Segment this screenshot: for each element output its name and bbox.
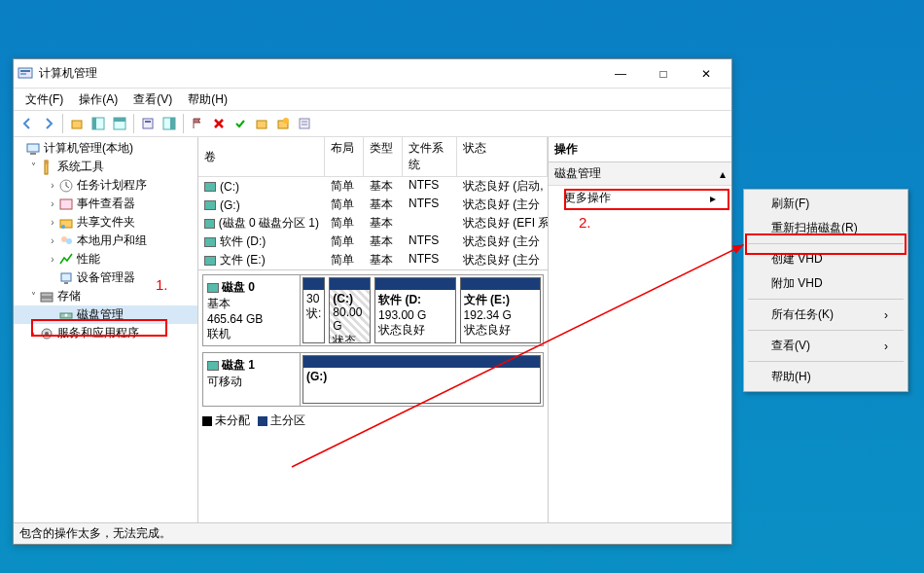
delete-button[interactable]	[209, 114, 229, 133]
properties-button[interactable]	[138, 114, 158, 133]
svg-rect-11	[170, 118, 175, 129]
list-button[interactable]	[295, 114, 314, 133]
partition-status: 状态良好	[378, 322, 451, 339]
flag-button[interactable]	[188, 114, 207, 133]
svg-rect-3	[72, 121, 82, 128]
tree-storage[interactable]: ˅ 存储	[14, 287, 197, 305]
volume-table[interactable]: 卷 布局 类型 文件系统 状态 (C:)简单基本NTFS状态良好 (启动,(G:…	[198, 137, 548, 270]
tree-services-apps[interactable]: › 服务和应用程序	[14, 324, 197, 342]
partition[interactable]: 软件 (D:193.00 G状态良好	[374, 277, 455, 343]
performance-icon	[58, 252, 74, 268]
collapse-arrow-icon[interactable]: ▴	[720, 167, 726, 181]
statusbar: 包含的操作太多，无法完成。	[14, 522, 731, 544]
forward-button[interactable]	[39, 114, 58, 133]
legend-unallocated-swatch	[202, 416, 212, 426]
tree-local-users[interactable]: › 本地用户和组	[14, 232, 197, 250]
details-button[interactable]	[160, 114, 179, 133]
col-layout[interactable]: 布局	[325, 137, 364, 176]
view1-button[interactable]	[89, 114, 108, 133]
actions-more[interactable]: 更多操作 ▸	[549, 186, 731, 210]
maximize-button[interactable]: □	[642, 60, 685, 88]
tree-label: 服务和应用程序	[57, 325, 139, 341]
disk-size: 465.64 GB	[207, 312, 296, 326]
new-folder-button[interactable]	[273, 114, 293, 133]
tree-task-scheduler[interactable]: › 任务计划程序	[14, 176, 197, 195]
menu-view[interactable]: 查看(V)	[125, 90, 180, 110]
tree-device-manager[interactable]: 设备管理器	[14, 269, 197, 287]
ctx-view[interactable]: 查看(V)›	[746, 334, 906, 358]
tree-event-viewer[interactable]: › 事件查看器	[14, 195, 197, 213]
expand-icon[interactable]: ›	[47, 235, 58, 247]
ctx-rescan[interactable]: 重新扫描磁盘(R)	[746, 216, 906, 240]
disk-row-0[interactable]: 磁盘 0 基本 465.64 GB 联机 30状:(C:)80.00 G状态良好…	[202, 274, 544, 346]
volume-row[interactable]: (C:)简单基本NTFS状态良好 (启动,	[198, 177, 548, 196]
folder-button[interactable]	[252, 114, 271, 133]
tree-shared-folders[interactable]: › 共享文件夹	[14, 213, 197, 232]
expand-icon[interactable]: ›	[27, 328, 39, 340]
svg-rect-28	[61, 273, 71, 281]
up-button[interactable]	[67, 114, 87, 133]
volume-row[interactable]: 软件 (D:)简单基本NTFS状态良好 (主分	[198, 233, 548, 251]
volume-row[interactable]: (G:)简单基本NTFS状态良好 (主分	[198, 196, 548, 214]
titlebar[interactable]: 计算机管理 — □ ✕	[14, 59, 731, 89]
expand-icon[interactable]: ›	[47, 217, 58, 229]
partition-size: 80.00 G	[333, 305, 367, 333]
disk-0-info[interactable]: 磁盘 0 基本 465.64 GB 联机	[203, 275, 301, 345]
menu-action[interactable]: 操作(A)	[71, 90, 125, 110]
ctx-create-vhd[interactable]: 创建 VHD	[746, 247, 906, 271]
partition[interactable]: 文件 (E:)192.34 G状态良好	[460, 277, 541, 343]
submenu-arrow-icon: ›	[884, 308, 888, 322]
volume-layout: 简单	[325, 233, 364, 251]
ctx-refresh[interactable]: 刷新(F)	[746, 192, 906, 216]
view2-button[interactable]	[110, 114, 129, 133]
back-button[interactable]	[18, 114, 37, 133]
legend: 未分配 主分区	[202, 412, 544, 429]
menubar: 文件(F) 操作(A) 查看(V) 帮助(H)	[14, 89, 731, 110]
partition-status: 状态良好	[464, 322, 537, 339]
menu-file[interactable]: 文件(F)	[18, 90, 71, 110]
close-button[interactable]: ✕	[685, 60, 728, 88]
expand-icon[interactable]: ›	[47, 254, 58, 266]
minimize-button[interactable]: —	[599, 60, 642, 88]
tree-disk-management[interactable]: 磁盘管理	[14, 305, 197, 324]
ctx-label: 附加 VHD	[771, 275, 823, 292]
collapse-icon[interactable]: ˅	[27, 161, 39, 173]
partition[interactable]: 30状:	[302, 277, 325, 343]
nav-tree[interactable]: 计算机管理(本地) ˅ 系统工具 › 任务计划程序 › 事件查看器 › 共享文件…	[14, 137, 198, 522]
expand-icon[interactable]: ›	[47, 198, 58, 210]
disk-1-info[interactable]: 磁盘 1 可移动	[203, 353, 301, 406]
tree-system-tools[interactable]: ˅ 系统工具	[14, 158, 197, 176]
volume-name: (C:)	[220, 180, 239, 194]
ctx-help[interactable]: 帮助(H)	[746, 365, 906, 389]
volume-table-header[interactable]: 卷 布局 类型 文件系统 状态	[198, 137, 548, 177]
volume-type: 基本	[364, 214, 403, 233]
menu-help[interactable]: 帮助(H)	[180, 90, 235, 110]
volume-layout: 简单	[325, 214, 364, 233]
volume-type: 基本	[364, 251, 403, 269]
col-filesystem[interactable]: 文件系统	[403, 137, 457, 176]
tree-performance[interactable]: › 性能	[14, 250, 197, 269]
check-button[interactable]	[231, 114, 250, 133]
col-volume[interactable]: 卷	[198, 137, 325, 176]
volume-row[interactable]: 文件 (E:)简单基本NTFS状态良好 (主分	[198, 251, 548, 269]
tree-label: 存储	[57, 288, 81, 304]
col-status[interactable]: 状态	[457, 137, 548, 176]
context-menu[interactable]: 刷新(F) 重新扫描磁盘(R) 创建 VHD 附加 VHD 所有任务(K)› 查…	[743, 189, 908, 392]
ctx-all-tasks[interactable]: 所有任务(K)›	[746, 303, 906, 327]
ctx-label: 查看(V)	[771, 338, 810, 354]
ctx-attach-vhd[interactable]: 附加 VHD	[746, 271, 906, 296]
tree-label: 磁盘管理	[77, 306, 124, 323]
expand-icon[interactable]: ›	[47, 180, 58, 192]
tree-root[interactable]: 计算机管理(本地)	[14, 139, 197, 158]
volume-layout: 简单	[325, 177, 364, 196]
svg-rect-23	[60, 199, 72, 209]
disk-row-1[interactable]: 磁盘 1 可移动 (G:)	[202, 352, 544, 407]
volume-row[interactable]: (磁盘 0 磁盘分区 1)简单基本状态良好 (EFI 系	[198, 214, 548, 233]
col-type[interactable]: 类型	[364, 137, 403, 176]
partition[interactable]: (C:)80.00 G状态良好	[329, 277, 371, 343]
tree-label: 本地用户和组	[77, 233, 147, 249]
collapse-icon[interactable]: ˅	[27, 291, 39, 303]
partition-g[interactable]: (G:)	[302, 355, 541, 404]
disk-graphical-view[interactable]: 磁盘 0 基本 465.64 GB 联机 30状:(C:)80.00 G状态良好…	[198, 270, 548, 522]
tree-label: 共享文件夹	[77, 214, 135, 231]
